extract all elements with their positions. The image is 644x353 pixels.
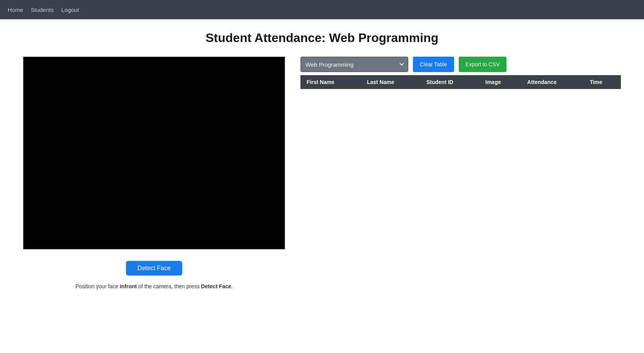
col-first-name: First Name: [300, 75, 361, 89]
attendance-table: First Name Last Name Student ID Image At…: [300, 75, 621, 89]
col-image: Image: [479, 75, 521, 89]
navbar: Home Students Logout: [0, 0, 644, 19]
col-last-name: Last Name: [361, 75, 420, 89]
instruction-bold2: Detect Face: [201, 283, 231, 289]
clear-table-button[interactable]: Clear Table: [413, 57, 454, 72]
col-student-id: Student ID: [420, 75, 479, 89]
left-panel: Detect Face Position your face infront o…: [23, 57, 285, 289]
col-attendance: Attendance: [521, 75, 584, 89]
table-header: First Name Last Name Student ID Image At…: [300, 75, 621, 89]
table-header-row: First Name Last Name Student ID Image At…: [300, 75, 621, 89]
logout-link[interactable]: Logout: [61, 7, 79, 13]
detect-face-button[interactable]: Detect Face: [126, 261, 182, 276]
table-controls: Web Programming Database Systems Algorit…: [300, 57, 621, 72]
export-csv-button[interactable]: Export to CSV: [459, 57, 507, 72]
home-link[interactable]: Home: [8, 7, 23, 13]
students-link[interactable]: Students: [31, 7, 54, 13]
class-select[interactable]: Web Programming Database Systems Algorit…: [300, 57, 408, 72]
camera-feed: [23, 57, 285, 249]
right-panel: Web Programming Database Systems Algorit…: [300, 57, 621, 289]
instruction-bold1: infront: [120, 283, 137, 289]
instruction-middle: of the camera, then press: [137, 283, 201, 289]
page-title: Student Attendance: Web Programming: [0, 31, 644, 45]
main-content: Detect Face Position your face infront o…: [0, 57, 644, 289]
instruction-suffix: .: [231, 283, 233, 289]
col-time: Time: [584, 75, 621, 89]
instruction-prefix: Position your face: [75, 283, 120, 289]
instruction-text: Position your face infront of the camera…: [75, 283, 233, 289]
